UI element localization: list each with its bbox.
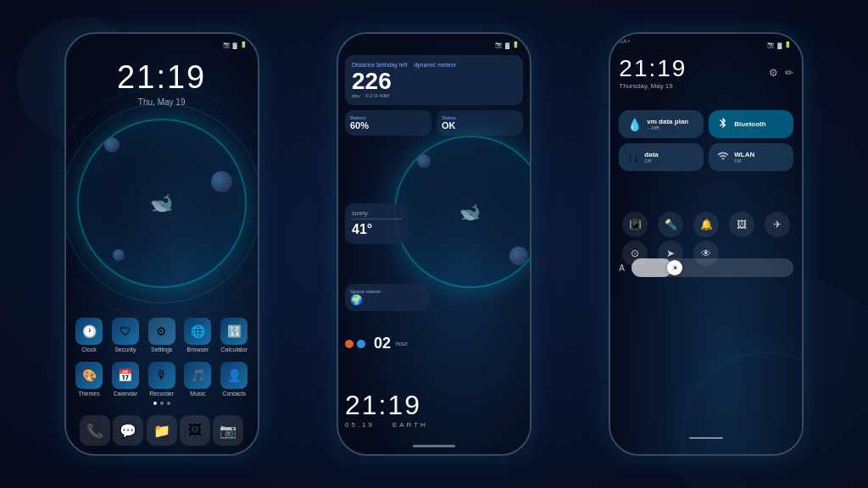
qs-tile-wlan-text: WLAN Off xyxy=(734,151,785,164)
qs-tile-wlan[interactable]: WLAN Off xyxy=(709,143,793,171)
phone-2: 📷 ▓ 🔋 Distance birthday left dynamic met… xyxy=(337,32,531,456)
app-calendar-label: Calendar xyxy=(114,391,137,396)
app-music[interactable]: 🎵 Music xyxy=(183,362,213,396)
phone1-app-grid: 🕐 Clock 🛡 Security ⚙ Settings 🌐 Browser xyxy=(66,318,258,352)
app-music-label: Music xyxy=(190,391,205,396)
app-settings[interactable]: ⚙ Settings xyxy=(147,318,176,352)
phone1-status-right: 📷 ▓ 🔋 xyxy=(223,42,248,48)
action-airplane[interactable]: ✈ xyxy=(765,212,790,237)
dock-files[interactable]: 📁 xyxy=(147,415,177,446)
qs-tile-data-sub: -- MB xyxy=(647,125,695,130)
phone2-planet-2 xyxy=(509,247,528,265)
app-calendar-icon: 📅 xyxy=(112,362,139,389)
phone3-screen: SA+ 📷 ▓ 🔋 21:19 Thursday, May xyxy=(610,34,802,454)
qs-row-1: 💧 vm data plan -- MB xyxy=(619,110,793,138)
phone1-app-grid-2: 🎨 Themes 📅 Calendar 🎙 Recorder 🎵 Music xyxy=(66,362,258,396)
main-scene: 📷 ▓ 🔋 21:19 Thu, May 19 xyxy=(0,0,868,488)
app-browser[interactable]: 🌐 Browser xyxy=(183,318,213,352)
qs-settings-icon[interactable]: ⚙ xyxy=(769,67,778,79)
phone-3: SA+ 📷 ▓ 🔋 21:19 Thursday, May xyxy=(609,32,804,456)
counter-value: 02 xyxy=(374,335,391,352)
dot-2 xyxy=(160,402,164,405)
orb-dot-blue xyxy=(357,340,365,348)
phone3-bg-orb xyxy=(683,352,802,454)
app-contacts[interactable]: 👤 Contacts xyxy=(220,362,249,396)
brightness-a-label: A xyxy=(619,263,625,273)
app-themes[interactable]: 🎨 Themes xyxy=(75,362,104,396)
phone3-date: Thursday, May 19 xyxy=(619,82,687,90)
widget-distance: Distance birthday left dynamic meteor 22… xyxy=(345,55,523,105)
widget-distance-value: 226 xyxy=(352,69,516,93)
action-flashlight[interactable]: 🔦 xyxy=(658,212,683,237)
phone3-header: 21:19 Thursday, May 19 ⚙ ✏ xyxy=(619,55,793,92)
widget-distance-label: Distance birthday left dynamic meteor xyxy=(352,62,516,68)
brightness-thumb[interactable]: ☀ xyxy=(667,260,682,275)
dock-camera[interactable]: 📷 xyxy=(213,415,243,446)
phone1-page-dots xyxy=(66,402,258,405)
phone3-header-row: 21:19 Thursday, May 19 ⚙ ✏ xyxy=(619,55,793,90)
phone2-orb: 🐋 xyxy=(394,136,530,288)
qs-tile-wlan-sub: Off xyxy=(734,158,785,164)
app-calc-label: Calculator xyxy=(220,347,248,352)
qs-tile-bluetooth[interactable]: Bluetooth xyxy=(709,110,793,138)
widget-distance-unit: day 0.2 H 40M xyxy=(352,93,516,98)
phone2-clock: 21:19 xyxy=(345,390,523,421)
phone2-screen: 📷 ▓ 🔋 Distance birthday left dynamic met… xyxy=(338,34,530,454)
dock-messages[interactable]: 💬 xyxy=(113,415,143,446)
qs-tile-data-plan[interactable]: 💧 vm data plan -- MB xyxy=(619,110,704,138)
qs-tile-data-text: vm data plan -- MB xyxy=(647,118,695,130)
phone2-earth-label: 05.19 EARTH xyxy=(345,421,523,429)
app-calendar[interactable]: 📅 Calendar xyxy=(110,362,140,396)
app-contacts-label: Contacts xyxy=(222,391,246,396)
app-calc-icon: 🔢 xyxy=(220,318,248,345)
phone3-status-bar: 📷 ▓ 🔋 xyxy=(610,34,802,53)
app-recorder-icon: 🎙 xyxy=(148,362,175,389)
phone2-whale: 🐋 xyxy=(459,202,481,222)
phone-1: 📷 ▓ 🔋 21:19 Thu, May 19 xyxy=(64,32,259,456)
qs-tile-wlan-title: WLAN xyxy=(734,151,785,158)
phone2-status-bar: 📷 ▓ 🔋 xyxy=(338,34,530,53)
app-calculator[interactable]: 🔢 Calculator xyxy=(220,318,249,352)
app-security[interactable]: 🛡 Security xyxy=(110,318,140,352)
dot-3 xyxy=(167,402,170,405)
dot-1 xyxy=(153,402,157,405)
counter-unit: hour xyxy=(396,341,408,347)
qs-tile-mdata-title: data xyxy=(644,151,695,158)
app-security-icon: 🛡 xyxy=(112,318,139,345)
brightness-fill xyxy=(632,258,672,277)
app-recorder-label: Recorder xyxy=(149,391,174,396)
qs-edit-icon[interactable]: ✏ xyxy=(785,67,793,79)
widget-weather: sunny 41° xyxy=(345,203,409,244)
qs-tile-mdata-sub: Off xyxy=(644,158,695,164)
qs-tile-bt-text: Bluetooth xyxy=(734,120,785,128)
dock-phone[interactable]: 📞 xyxy=(80,415,110,446)
action-notification[interactable]: 🔔 xyxy=(693,212,719,237)
qs-tile-data-title: vm data plan xyxy=(647,118,695,125)
app-themes-icon: 🎨 xyxy=(75,362,103,389)
qs-row-2: ↑↓ data Off xyxy=(619,143,793,171)
space-station-content: 🌍 xyxy=(350,294,425,306)
app-settings-label: Settings xyxy=(151,347,172,352)
action-screenshot[interactable]: 🖼 xyxy=(729,212,754,237)
app-browser-icon: 🌐 xyxy=(184,318,211,345)
phone3-quick-tiles: 💧 vm data plan -- MB xyxy=(619,110,793,176)
app-clock[interactable]: 🕐 Clock xyxy=(75,318,104,352)
widget-space-station: Space station 🌍 xyxy=(345,284,430,311)
brightness-slider[interactable]: ☀ xyxy=(632,258,793,277)
app-clock-label: Clock xyxy=(81,347,97,352)
phone3-brightness: A ☀ xyxy=(619,258,793,277)
wlan-icon xyxy=(717,150,729,164)
phone1-orb: 🐋 xyxy=(77,119,247,288)
mobile-data-icon: ↑↓ xyxy=(627,151,639,164)
action-vibrate[interactable]: 📳 xyxy=(622,212,648,237)
qs-tile-mobile-data[interactable]: ↑↓ data Off xyxy=(619,143,704,171)
orb-dot-red xyxy=(345,340,353,348)
mini-planet-3 xyxy=(113,249,125,261)
phone1-whale: 🐋 xyxy=(150,192,173,214)
app-contacts-icon: 👤 xyxy=(220,362,248,389)
phone3-clock: 21:19 xyxy=(619,55,687,82)
phone3-time-group: 21:19 Thursday, May 19 xyxy=(619,55,687,90)
app-browser-label: Browser xyxy=(187,347,209,352)
dock-gallery[interactable]: 🖼 xyxy=(180,415,210,446)
app-recorder[interactable]: 🎙 Recorder xyxy=(147,362,176,396)
